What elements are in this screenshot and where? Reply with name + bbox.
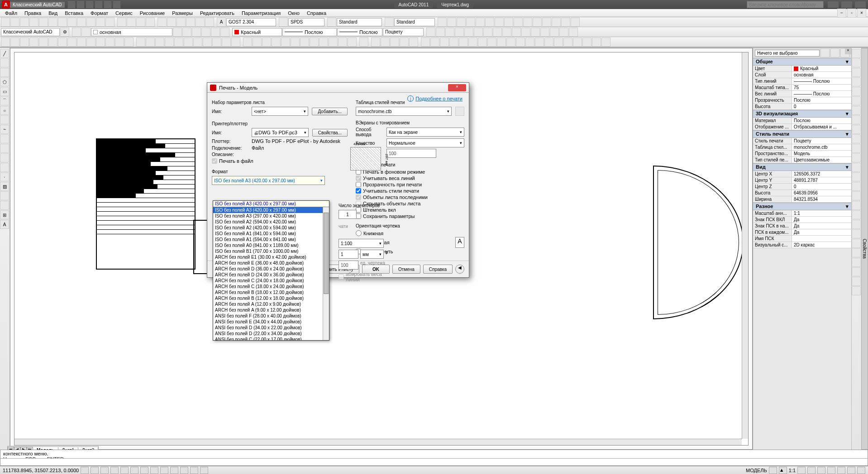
plot-icon[interactable] — [29, 18, 38, 27]
save-icon[interactable] — [20, 18, 29, 27]
isolate-icon[interactable] — [847, 467, 855, 474]
modify-chamfer-icon[interactable] — [550, 28, 559, 37]
prop-row[interactable]: Знак ПСК ВКЛДа — [753, 217, 851, 223]
menu-parametric[interactable]: Параметризация — [238, 10, 284, 16]
rectangle-icon[interactable]: ▭ — [0, 87, 9, 96]
3dosnap-toggle-icon[interactable] — [130, 467, 138, 474]
markup-icon[interactable] — [196, 18, 205, 27]
spds-note-icon[interactable] — [449, 38, 458, 47]
new-icon[interactable] — [1, 18, 10, 27]
menu-edit[interactable]: Правка — [21, 10, 44, 16]
osnap-parallel-icon[interactable] — [77, 38, 86, 47]
preview-icon[interactable] — [39, 18, 48, 27]
titlebar-tab-doc[interactable]: Чертеж1.dwg — [437, 1, 473, 8]
prop-row[interactable]: Визуальный с...2D каркас — [753, 242, 851, 248]
view-left-icon[interactable] — [165, 38, 174, 47]
toggle-pickadd-icon[interactable] — [820, 48, 830, 57]
prop-value[interactable]: ———— Послою — [792, 78, 851, 84]
ucs-face-icon[interactable] — [272, 38, 281, 47]
view-right-icon[interactable] — [174, 38, 183, 47]
osnap-extension-icon[interactable] — [29, 38, 38, 47]
prop-row[interactable]: ЦветКрасный — [753, 66, 851, 72]
dim-continue-icon[interactable] — [523, 18, 532, 27]
prop-section-general[interactable]: Общие▾ — [753, 58, 851, 66]
dropdown-option[interactable]: ISO без полей A1 (594.00 x 841.00 мм) — [213, 237, 329, 242]
canvas-hscroll[interactable] — [14, 439, 742, 445]
linetype-combo[interactable]: Послою — [282, 28, 337, 36]
inquiry-area-icon[interactable] — [381, 38, 390, 47]
dropdown-option[interactable]: ANSI без полей C (22.00 x 17.00 дюймов) — [213, 337, 329, 341]
prop-value[interactable]: 0 — [792, 104, 851, 109]
open-icon[interactable] — [10, 18, 19, 27]
dropdown-option[interactable]: ISO без полей A2 (420.00 x 594.00 мм) — [213, 225, 329, 231]
snap-toggle-icon[interactable] — [81, 467, 89, 474]
inquiry-region-icon[interactable] — [390, 38, 399, 47]
osnap-midpoint-icon[interactable] — [10, 38, 19, 47]
prop-row[interactable]: Имя ПСК — [753, 236, 851, 242]
prop-row[interactable]: Таблица стил...monochrome.ctb — [753, 144, 851, 151]
tablestyle-combo[interactable]: Standard — [394, 18, 435, 26]
spds-combo[interactable]: SPDS — [288, 18, 324, 26]
3d-cylinder-icon[interactable] — [852, 68, 861, 77]
modify-stretch-icon[interactable] — [502, 28, 511, 37]
spds-spec-icon[interactable] — [525, 38, 534, 47]
prop-value[interactable]: Да — [792, 217, 851, 223]
spds-bom-icon[interactable] — [535, 38, 544, 47]
ucs-z-icon[interactable] — [310, 38, 319, 47]
ucs-3pt-icon[interactable] — [319, 38, 328, 47]
prop-value[interactable]: Поцвету — [792, 138, 851, 144]
textstyle-icon[interactable]: A — [217, 18, 226, 27]
modify-scale-icon[interactable] — [493, 28, 502, 37]
prop-value[interactable]: monochrome.ctb — [792, 144, 851, 150]
modify-erase-icon[interactable] — [426, 28, 435, 37]
plotstyle-combo[interactable]: Поцвету — [383, 28, 424, 36]
prop-value[interactable]: 75 — [792, 85, 851, 90]
zoom-realtime-icon[interactable] — [359, 38, 368, 47]
prop-row[interactable]: Центр Z0 — [753, 184, 851, 190]
view-back-icon[interactable] — [193, 38, 202, 47]
dropdown-option[interactable]: ARCH без полей D (36.00 x 24.00 дюймов) — [213, 266, 329, 272]
modify-join-icon[interactable] — [540, 28, 549, 37]
spds-level-icon[interactable] — [430, 38, 439, 47]
layer-combo[interactable]: основная — [91, 28, 172, 36]
dropdown-option[interactable]: ISO без полей B1 (707.00 x 1000.00 мм) — [213, 248, 329, 254]
ellipse-arc-icon[interactable] — [0, 144, 9, 153]
qp-toggle-icon[interactable] — [190, 467, 198, 474]
dialog-close-button[interactable]: × — [448, 84, 466, 91]
prop-row[interactable]: Пространство...Модель — [753, 151, 851, 157]
prop-value[interactable]: Цветозависимые — [792, 157, 851, 163]
dropdown-scrollbar[interactable] — [323, 207, 329, 340]
prop-row[interactable]: Высота64639.0956 — [753, 190, 851, 196]
prop-row[interactable]: Слойосновная — [753, 72, 851, 78]
doc-restore-icon[interactable]: ▫ — [847, 9, 856, 18]
dropdown-option[interactable]: ISO без полей A0 (841.00 x 1189.00 мм) — [213, 242, 329, 248]
workspace-settings-icon[interactable]: ⚙ — [60, 28, 69, 37]
osnap-tangent-icon[interactable] — [58, 38, 67, 47]
spds-icon[interactable] — [279, 18, 288, 27]
copy-icon[interactable] — [67, 18, 76, 27]
grid-toggle-icon[interactable] — [91, 467, 99, 474]
3d-align-icon[interactable] — [852, 286, 861, 295]
prop-row[interactable]: Высота0 — [753, 104, 851, 110]
scale-numerator-input[interactable] — [339, 250, 358, 259]
dialog-titlebar[interactable]: Печать - Модель × — [207, 83, 469, 93]
tablestyle-icon[interactable] — [385, 18, 394, 27]
modify-explode-icon[interactable] — [569, 28, 578, 37]
prop-value[interactable]: основная — [792, 72, 851, 78]
spds-import-icon[interactable] — [582, 38, 591, 47]
prop-value[interactable]: Модель — [792, 151, 851, 156]
3d-sphere-icon[interactable] — [852, 58, 861, 67]
inquiry-list-icon[interactable] — [400, 38, 409, 47]
ucs-apply-icon[interactable] — [348, 38, 357, 47]
qat-save-icon[interactable] — [86, 0, 94, 9]
modify-extend-icon[interactable] — [521, 28, 530, 37]
prop-row[interactable]: Центр X126506.3372 — [753, 171, 851, 177]
dropdown-selected-field[interactable]: ISO без полей A3 (420.00 x 297.00 мм) — [213, 201, 329, 207]
zoom-window-icon[interactable] — [136, 18, 145, 27]
otrack-toggle-icon[interactable] — [140, 467, 148, 474]
ucs-world-icon[interactable] — [253, 38, 262, 47]
dropdown-option[interactable]: ANSI без полей D (22.00 x 34.00 дюймов) — [213, 331, 329, 337]
cancel-button[interactable]: Отмена — [392, 265, 420, 274]
prop-value[interactable]: Красный — [792, 66, 851, 71]
dim-linear-icon[interactable] — [438, 18, 447, 27]
